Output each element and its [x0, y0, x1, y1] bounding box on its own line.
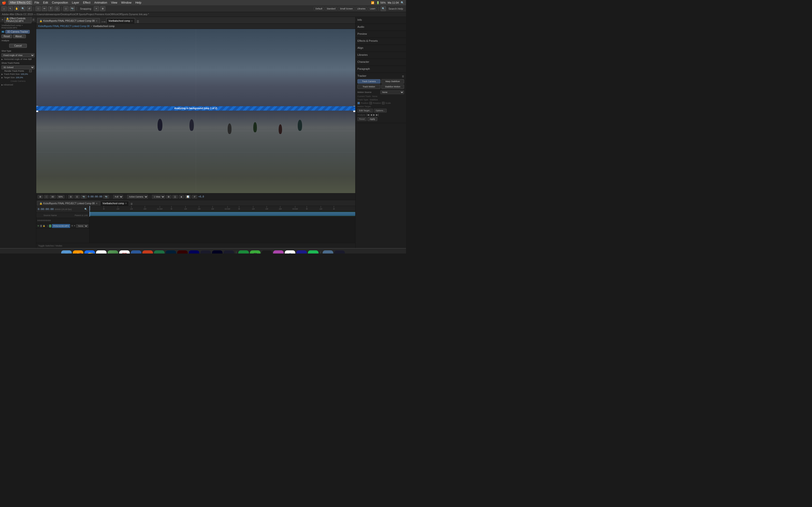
tool-hand[interactable]: ✋ — [14, 6, 19, 11]
ec-menu-icon[interactable]: ☰ — [33, 18, 35, 21]
tracker-reset-btn[interactable]: Reset — [357, 117, 367, 121]
layer-parent-select[interactable]: None — [76, 224, 88, 228]
edit-target-btn[interactable]: Edit Target... — [357, 109, 373, 113]
menu-ae[interactable]: After Effects CC — [8, 0, 32, 5]
comp-expand-icon[interactable]: ☰ — [136, 20, 140, 23]
dock-safari[interactable]: 🧭 — [84, 250, 95, 254]
reset-btn[interactable]: Reset — [1, 35, 12, 38]
scale-checkbox[interactable] — [382, 102, 385, 104]
vt-fit-btn[interactable]: ⊟ — [68, 195, 73, 199]
menu-effect[interactable]: Effect — [82, 0, 92, 5]
vt-3d-btn[interactable]: 3D — [50, 195, 56, 199]
motion-source-select[interactable]: None — [380, 90, 404, 94]
dock-lightroom[interactable]: Lr — [212, 250, 222, 254]
ec-close-btn[interactable]: ✕ — [1, 18, 3, 21]
ec-tab[interactable]: 🔒 Effect Controls PANA4158.MP4 — [4, 17, 32, 23]
tl-current-time[interactable]: 0:00:00:00 — [38, 208, 54, 211]
vt-safe-btn[interactable]: □ — [44, 195, 49, 199]
vt-zoom-select[interactable]: 50% — [57, 195, 64, 199]
dock-chrome[interactable] — [96, 250, 107, 254]
stabilize-motion-btn[interactable]: Stabilize Motion — [382, 84, 404, 89]
menu-window[interactable]: Window — [120, 0, 133, 5]
track-camera-btn[interactable]: Track Camera — [357, 79, 380, 83]
vt-views-select[interactable]: 1 View — [152, 195, 165, 199]
vt-cam-btn[interactable]: 📷 — [103, 195, 109, 199]
dock-finder[interactable] — [61, 250, 72, 254]
workspace-default[interactable]: Default — [314, 7, 324, 10]
dock-appstore[interactable]: A — [296, 250, 307, 254]
workspace-small[interactable]: Small Screen — [338, 7, 355, 10]
vt-grid-btn[interactable]: ⊞ — [38, 195, 43, 199]
vt-color-btn[interactable]: ◈ — [179, 195, 184, 199]
camera-tracker-btn[interactable]: 3D Camera Tracker — [5, 30, 30, 34]
dock-illustrator[interactable]: Ai — [177, 250, 188, 254]
tool-select[interactable]: ↖ — [8, 6, 13, 11]
warp-stabilizer-btn[interactable]: Warp Stabilizer — [382, 79, 404, 83]
tl-tab-0-close[interactable]: ✕ — [96, 202, 98, 205]
comp-tab-1-close[interactable]: ✕ — [131, 20, 133, 22]
vt-quality-select[interactable]: Full — [113, 195, 123, 199]
comp-tab-0-close[interactable]: ✕ — [96, 20, 98, 22]
options-btn[interactable]: Options... — [374, 109, 387, 113]
vt-refresh-btn[interactable]: ↺ — [192, 195, 197, 199]
comp-tab-1[interactable]: Voetbalschool comp ✕ — [106, 18, 135, 23]
dock-podcasts[interactable]: 🎙 — [273, 250, 284, 254]
menu-view[interactable]: View — [109, 0, 119, 5]
dock-maps[interactable]: 🗺 — [108, 250, 118, 254]
show-track-select[interactable]: 3D Solved — [1, 65, 35, 69]
search-btn[interactable]: 🔍 — [380, 6, 386, 11]
menu-composition[interactable]: Composition — [51, 0, 69, 5]
dock-finder-2[interactable]: 📁 — [323, 250, 333, 254]
horiz-angle-section[interactable]: ▶ Horizontal Angle of View 0,0 — [0, 57, 36, 61]
vt-timecode[interactable]: 0:00:00:00 — [88, 195, 102, 198]
dock-ae-2[interactable]: Ae — [334, 250, 345, 254]
vt-view-select[interactable]: Active Camera — [127, 195, 148, 199]
vt-overlay-btn[interactable]: ◫ — [172, 195, 178, 199]
tool-text[interactable]: T — [48, 6, 53, 11]
dock-powerpoint[interactable]: P — [142, 250, 153, 254]
dock-media-encoder[interactable]: Me — [223, 250, 234, 254]
snapping-btn[interactable]: ⌖ — [94, 6, 99, 11]
dock-excel[interactable]: X — [154, 250, 164, 254]
track-point-size-section[interactable]: ▶ Track Point Size 100,0% — [0, 72, 36, 76]
tool-brush[interactable]: ⬡ — [54, 6, 60, 11]
advanced-section[interactable]: ▶ Advanced — [0, 83, 36, 87]
analyze-forward-far[interactable]: ▶| — [376, 113, 379, 116]
timeline-playhead[interactable] — [89, 206, 90, 211]
vt-chart-btn[interactable]: 📊 — [185, 195, 191, 199]
workspace-learn[interactable]: Learn — [368, 7, 377, 10]
comp-tab-0[interactable]: 🔒 Kickoffsports FINAL PROJECT Linked Com… — [37, 18, 100, 23]
layer-track-bar[interactable] — [89, 212, 355, 216]
tl-tab-1[interactable]: Voetbalschool comp ✕ — [100, 201, 129, 206]
position-checkbox[interactable] — [357, 102, 360, 104]
tool-rotate[interactable]: ↺ — [27, 6, 32, 11]
rotation-checkbox[interactable] — [369, 102, 372, 104]
tl-search-icon[interactable]: 🔍 — [84, 208, 88, 211]
dock-music[interactable]: ♪ — [261, 250, 272, 254]
comp-parent-link[interactable]: Kickoffsports FINAL PROJECT Linked Comp … — [38, 25, 90, 27]
menu-animation[interactable]: Animation — [93, 0, 108, 5]
tl-tab-0[interactable]: 🔒 Kickoffsports FINAL PROJECT Linked Com… — [37, 201, 100, 206]
dock-photoshop[interactable]: Ps — [165, 250, 176, 254]
tool-camera[interactable]: 📷 — [69, 6, 75, 11]
menu-help[interactable]: Help — [134, 0, 143, 5]
analyze-back-far[interactable]: |◀ — [367, 113, 369, 116]
tl-menu-icon[interactable]: ☰ — [130, 202, 134, 206]
target-size-section[interactable]: ▶ Target Size 100,0% — [0, 76, 36, 79]
dock-launchpad[interactable]: 🚀 — [73, 250, 83, 254]
layer-lock-icon[interactable]: 🔒 — [43, 225, 45, 227]
dock-messages[interactable]: 💬 — [250, 250, 260, 254]
layer-eye[interactable]: 👁 — [37, 225, 39, 227]
menu-file[interactable]: File — [33, 0, 41, 5]
about-btn[interactable]: About... — [13, 35, 26, 38]
vt-grid2-btn[interactable]: ⊞ — [166, 195, 171, 199]
search-placeholder[interactable]: Search Help — [387, 7, 405, 10]
tracker-menu-icon[interactable]: ☰ — [402, 75, 404, 78]
menu-edit[interactable]: Edit — [42, 0, 50, 5]
tool-mask[interactable]: ◇ — [63, 6, 69, 11]
dock-premiere[interactable]: Pr — [189, 250, 199, 254]
dock-facetime[interactable]: 📷 — [238, 250, 249, 254]
search-icon[interactable]: 🔍 — [401, 1, 404, 4]
track-motion-btn[interactable]: Track Motion — [357, 84, 380, 89]
layer-name-box[interactable]: PANA4158.MP4 — [52, 224, 70, 228]
